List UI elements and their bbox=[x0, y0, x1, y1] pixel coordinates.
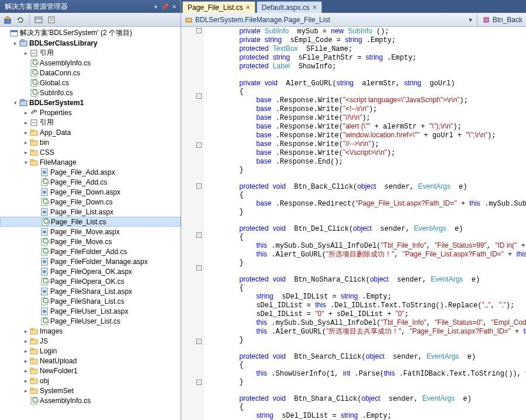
properties-button[interactable] bbox=[46, 15, 57, 25]
tree-item[interactable]: Page_File_Down.aspx bbox=[0, 187, 181, 197]
tree-item[interactable]: Page_FileOpera_OK.aspx bbox=[0, 266, 181, 276]
fold-toggle-icon[interactable]: − bbox=[196, 183, 202, 189]
expander-icon[interactable]: ▸ bbox=[22, 388, 29, 394]
tree-item[interactable]: 解决方案'BDLSerSystem' (2 个项目) bbox=[0, 28, 181, 38]
tree-item[interactable]: ▸Images bbox=[0, 326, 181, 336]
solution-tree[interactable]: 解决方案'BDLSerSystem' (2 个项目)▸BDLSerClassLi… bbox=[0, 27, 181, 420]
tree-item[interactable]: C#Page_File_Down.cs bbox=[0, 197, 181, 207]
expander-icon[interactable]: ▸ bbox=[22, 328, 29, 334]
svg-text:C#: C# bbox=[43, 178, 49, 186]
refresh-button[interactable] bbox=[15, 15, 26, 25]
tree-item[interactable]: Page_File_List.aspx bbox=[0, 207, 181, 217]
chevron-down-icon[interactable]: ▾ bbox=[151, 2, 160, 11]
member-dropdown[interactable]: Btn_Back bbox=[482, 16, 522, 24]
tree-item[interactable]: C#Global.cs bbox=[0, 78, 181, 88]
tree-item-label: Page_File_List.aspx bbox=[50, 208, 113, 216]
expander-icon[interactable]: ▸ bbox=[22, 110, 29, 116]
close-icon[interactable]: ✕ bbox=[245, 4, 250, 11]
tree-item[interactable]: ▾FileManage bbox=[0, 157, 181, 167]
expander-icon[interactable]: ▸ bbox=[22, 368, 29, 374]
svg-rect-80 bbox=[30, 388, 33, 390]
svg-rect-72 bbox=[30, 348, 33, 350]
expander-icon[interactable]: ▸ bbox=[12, 40, 19, 46]
tree-item-label: Page_FileOpera_OK.aspx bbox=[50, 268, 132, 276]
tree-item[interactable]: ▸bin bbox=[0, 137, 181, 147]
tree-item-label: 引用 bbox=[40, 117, 54, 127]
cs-icon: C# bbox=[40, 217, 50, 227]
class-name: BDLSerSystem.FileManage.Page_File_List bbox=[195, 16, 330, 24]
tree-item[interactable]: ▸obj bbox=[0, 376, 181, 386]
tree-item[interactable]: C#Page_FileUser_List.cs bbox=[0, 316, 181, 326]
tree-item[interactable]: ▸SystemSet bbox=[0, 386, 181, 395]
fold-toggle-icon[interactable]: − bbox=[196, 232, 202, 238]
tree-item[interactable]: ▸JS bbox=[0, 336, 181, 346]
tree-item[interactable]: ▸BDLSerClassLibrary bbox=[0, 38, 181, 48]
editor-tab[interactable]: Default.aspx.cs✕ bbox=[257, 1, 322, 13]
close-icon[interactable]: ✕ bbox=[170, 2, 178, 11]
tree-item[interactable]: Page_FileFolder_Manage.aspx bbox=[0, 256, 181, 266]
tree-item-label: Page_File_Down.cs bbox=[50, 198, 113, 206]
code-content[interactable]: private SubInfo mySub = new SubInfo (); … bbox=[203, 27, 526, 420]
fold-toggle-icon[interactable]: − bbox=[196, 265, 202, 270]
svg-marker-1 bbox=[4, 16, 11, 19]
editor-tab[interactable]: Page_File_List.cs✕ bbox=[182, 1, 255, 13]
fold-toggle-icon[interactable]: − bbox=[196, 93, 202, 99]
svg-point-56 bbox=[43, 270, 46, 273]
code-editor[interactable]: −−−−−−−− private SubInfo mySub = new Sub… bbox=[181, 27, 526, 420]
expander-icon[interactable]: ▾ bbox=[12, 100, 19, 106]
expander-icon[interactable]: ▸ bbox=[22, 150, 29, 155]
pin-icon[interactable]: 📌 bbox=[161, 2, 169, 11]
expander-icon[interactable]: ▸ bbox=[22, 50, 29, 56]
class-chevron-icon[interactable]: ▾ bbox=[469, 16, 472, 24]
editor-tabs-bar: Page_File_List.cs✕Default.aspx.cs✕ bbox=[181, 0, 526, 13]
tree-item[interactable]: ▸CSS bbox=[0, 147, 181, 157]
tree-item[interactable]: C#DataConn.cs bbox=[0, 68, 181, 78]
expander-icon[interactable]: ▸ bbox=[22, 358, 29, 364]
fold-toggle-icon[interactable]: − bbox=[196, 143, 202, 148]
tree-item[interactable]: ▸引用 bbox=[0, 48, 181, 58]
svg-point-40 bbox=[43, 190, 46, 194]
tree-item[interactable]: ▸NeatUpload bbox=[0, 356, 181, 366]
tree-item[interactable]: C#AssemblyInfo.cs bbox=[0, 395, 181, 405]
tree-item[interactable]: C#SubInfo.cs bbox=[0, 88, 181, 98]
folder-icon bbox=[29, 158, 39, 167]
fold-toggle-icon[interactable]: − bbox=[196, 380, 202, 385]
tree-item[interactable]: C#Page_FileShara_List.cs bbox=[0, 296, 181, 306]
expander-icon[interactable]: ▸ bbox=[22, 140, 29, 145]
tree-item[interactable]: Page_FileUser_List.aspx bbox=[0, 306, 181, 316]
expander-icon[interactable]: ▸ bbox=[22, 130, 29, 136]
tree-item[interactable]: Page_File_Add.aspx bbox=[0, 167, 181, 177]
tree-item[interactable]: C#Page_File_Move.cs bbox=[0, 237, 181, 247]
close-icon[interactable]: ✕ bbox=[312, 4, 317, 11]
expander-icon[interactable]: ▾ bbox=[22, 159, 29, 165]
expander-icon[interactable]: ▸ bbox=[22, 338, 29, 344]
tree-item[interactable]: ▸Properties bbox=[0, 107, 181, 117]
tree-item[interactable]: ▸NewFolder1 bbox=[0, 366, 181, 376]
tree-item[interactable]: C#Page_FileOpera_OK.cs bbox=[0, 276, 181, 286]
expander-icon[interactable]: ▸ bbox=[22, 378, 29, 384]
code-gutter[interactable]: −−−−−−−− bbox=[181, 27, 203, 420]
tree-item[interactable]: C#Page_FileFolder_Add.cs bbox=[0, 247, 181, 256]
tree-item-label: Global.cs bbox=[40, 79, 69, 87]
tree-item[interactable]: ▸Login bbox=[0, 346, 181, 356]
tree-item[interactable]: C#Page_File_Add.cs bbox=[0, 177, 181, 187]
folder-icon bbox=[29, 366, 39, 376]
tree-item[interactable]: Page_File_Move.aspx bbox=[0, 227, 181, 237]
tree-item[interactable]: ▸App_Data bbox=[0, 127, 181, 137]
fold-toggle-icon[interactable]: − bbox=[196, 28, 202, 33]
expander-icon[interactable]: ▸ bbox=[22, 348, 29, 354]
tree-item[interactable]: ▾BDLSerSystem1 bbox=[0, 98, 181, 107]
tree-item[interactable]: Page_FileShara_List.aspx bbox=[0, 286, 181, 296]
class-dropdown[interactable]: BDLSerSystem.FileManage.Page_File_List bbox=[185, 16, 330, 24]
home-button[interactable] bbox=[2, 15, 13, 25]
aspx-icon bbox=[40, 287, 49, 296]
toolbar-separator bbox=[29, 15, 30, 25]
tree-item[interactable]: C#Page_File_List.cs bbox=[0, 217, 181, 227]
tree-item[interactable]: C#AssemblyInfo.cs bbox=[0, 58, 181, 68]
fold-toggle-icon[interactable]: − bbox=[196, 339, 202, 344]
expander-icon[interactable]: ▸ bbox=[22, 120, 29, 126]
folder-icon bbox=[29, 327, 39, 336]
tree-item[interactable]: ▸引用 bbox=[0, 117, 181, 127]
tree-item-label: Page_File_Move.aspx bbox=[50, 228, 120, 236]
show-all-button[interactable] bbox=[33, 15, 44, 25]
